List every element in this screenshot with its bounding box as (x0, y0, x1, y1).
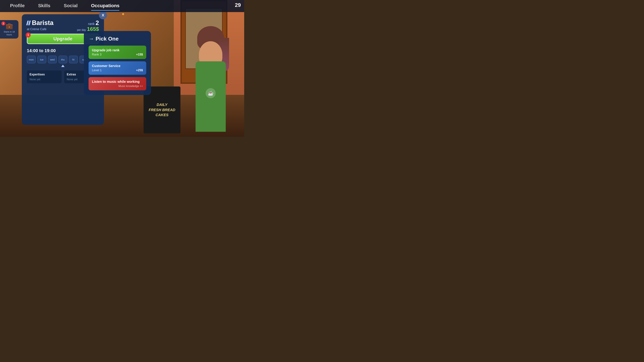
option-customer-service[interactable]: Customer Service Level 1 +25$ (88, 61, 146, 75)
option-upgrade-bonus: +15$ (136, 53, 143, 56)
top-navigation: Profile Skills Social Occupations (0, 0, 244, 12)
day-thu[interactable]: thu (58, 56, 68, 63)
upgrade-badge: 1 (26, 32, 31, 37)
nav-item-social[interactable]: Social (64, 3, 78, 9)
per-day-label: per day (77, 28, 86, 31)
option-music[interactable]: Listen to music while working Music know… (88, 77, 146, 90)
job-title: Barista (32, 19, 54, 26)
option-cs-sublabel: Level 1 (92, 68, 102, 72)
option-upgrade-subtitle: Rank 3 +15$ (92, 53, 143, 56)
close-button[interactable]: X (99, 11, 107, 19)
day-fri[interactable]: fri (69, 56, 78, 63)
option-music-note: Music knowledge ++ (92, 85, 143, 88)
option-cs-title: Customer Service (92, 64, 143, 68)
expertises-title: Expertises (30, 73, 59, 76)
sign-text: DAILYFresh BreadCakes (149, 102, 176, 118)
sidebar-job-button[interactable]: 1 💼 Starts in 18 hours (0, 20, 18, 38)
option-upgrade-rank[interactable]: Upgrade job rank Rank 3 +15$ (88, 45, 146, 59)
option-upgrade-sublabel: Rank 3 (92, 53, 102, 56)
rank-number: 2 (96, 19, 99, 26)
sidebar-job: 1 💼 Starts in 18 hours (0, 20, 18, 38)
nav-item-occupations[interactable]: Occupations (91, 3, 120, 9)
briefcase-icon: 💼 (6, 22, 13, 29)
option-music-title: Listen to music while working (92, 80, 143, 84)
nav-item-skills[interactable]: Skills (38, 3, 50, 9)
page-number: 29 (235, 2, 241, 8)
rank-label: rank (88, 22, 94, 26)
option-upgrade-title: Upgrade job rank (92, 48, 143, 52)
panel-header: Barista rank 2 (27, 19, 99, 26)
day-wed[interactable]: wed (48, 56, 57, 63)
sidebar-badge: 1 (1, 21, 5, 25)
pick-one-label: Pick One (96, 36, 118, 42)
apron-logo: ☕ (206, 88, 216, 98)
upgrade-label: Upgrade (53, 36, 72, 41)
sidebar-status-text: Starts in 18 hours (2, 30, 17, 36)
expertises-empty: None yet (30, 78, 59, 81)
option-cs-bonus: +25$ (136, 68, 143, 72)
character-figure: ☕ (187, 31, 234, 132)
pick-one-title: → Pick One (88, 36, 146, 42)
day-tue[interactable]: tue (38, 56, 46, 63)
day-mon[interactable]: mon (27, 56, 36, 63)
day-triangle-icon (61, 65, 64, 67)
pick-one-panel: → Pick One Upgrade job rank Rank 3 +15$ … (84, 31, 151, 95)
rank-display: rank 2 (88, 19, 99, 26)
job-stripes (27, 21, 30, 25)
job-title-row: Barista (27, 19, 54, 26)
expertises-card: Expertises None yet (27, 70, 62, 83)
nav-dot (122, 13, 124, 15)
option-cs-subtitle: Level 1 +25$ (92, 68, 143, 72)
pick-arrow-icon: → (88, 36, 94, 42)
char-body: ☕ (196, 61, 226, 132)
nav-item-profile[interactable]: Profile (10, 3, 25, 9)
